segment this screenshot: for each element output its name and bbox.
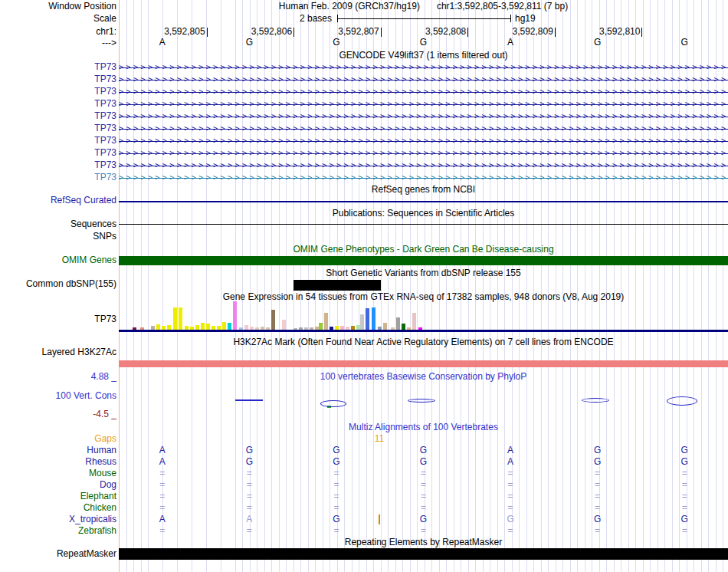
dbsnp-variant[interactable] bbox=[293, 280, 381, 291]
species-label[interactable]: Zebrafish bbox=[0, 526, 116, 536]
omim-gene-bar[interactable] bbox=[119, 256, 728, 265]
conservation-shape[interactable] bbox=[320, 400, 346, 407]
gtex-bar[interactable] bbox=[383, 323, 387, 330]
gtex-bar[interactable] bbox=[151, 326, 155, 330]
gtex-bar[interactable] bbox=[179, 307, 182, 330]
gtex-bar[interactable] bbox=[396, 317, 400, 330]
gtex-bar[interactable] bbox=[162, 326, 166, 330]
gtex-bar[interactable] bbox=[212, 326, 215, 330]
gene-row-label[interactable]: TP73 bbox=[0, 148, 116, 158]
gene-row[interactable]: >>>>>>>>>>>>>>>>>>>>>>>>>>>>>>>>>>>>>>>>… bbox=[119, 136, 728, 146]
gene-row[interactable]: >>>>>>>>>>>>>>>>>>>>>>>>>>>>>>>>>>>>>>>>… bbox=[119, 87, 728, 97]
gene-row[interactable]: >>>>>>>>>>>>>>>>>>>>>>>>>>>>>>>>>>>>>>>>… bbox=[119, 111, 728, 122]
gtex-bar[interactable] bbox=[346, 327, 349, 330]
gtex-bar[interactable] bbox=[133, 327, 136, 330]
gtex-bar[interactable] bbox=[266, 327, 270, 330]
track-label-sequences[interactable]: Sequences bbox=[0, 219, 116, 229]
conservation-shape[interactable] bbox=[235, 399, 263, 401]
species-label[interactable]: X_tropicalis bbox=[0, 514, 116, 524]
gene-row-label[interactable]: TP73 bbox=[0, 160, 116, 170]
conservation-shape[interactable] bbox=[667, 396, 697, 406]
track-label-gaps[interactable]: Gaps bbox=[0, 434, 116, 444]
gene-row[interactable]: >>>>>>>>>>>>>>>>>>>>>>>>>>>>>>>>>>>>>>>>… bbox=[119, 160, 728, 171]
gtex-bar[interactable] bbox=[412, 313, 416, 330]
track-label-common-dbsnp[interactable]: Common dbSNP(155) bbox=[0, 279, 116, 289]
gtex-bar[interactable] bbox=[206, 324, 210, 330]
gene-row[interactable]: >>>>>>>>>>>>>>>>>>>>>>>>>>>>>>>>>>>>>>>>… bbox=[119, 74, 728, 85]
gtex-bar[interactable] bbox=[173, 307, 177, 330]
species-label[interactable]: Chicken bbox=[0, 503, 116, 513]
gtex-bar[interactable] bbox=[282, 320, 286, 330]
gtex-bar[interactable] bbox=[351, 326, 355, 330]
gene-row[interactable]: >>>>>>>>>>>>>>>>>>>>>>>>>>>>>>>>>>>>>>>>… bbox=[119, 173, 728, 183]
gtex-bar[interactable] bbox=[261, 327, 264, 330]
gtex-bar[interactable] bbox=[228, 323, 231, 330]
gtex-bar[interactable] bbox=[418, 327, 422, 330]
gtex-bar[interactable] bbox=[299, 327, 303, 330]
base-letter: A bbox=[151, 38, 174, 48]
refseq-gene-line[interactable] bbox=[119, 201, 728, 202]
gene-row-label[interactable]: TP73 bbox=[0, 111, 116, 121]
gene-row[interactable]: >>>>>>>>>>>>>>>>>>>>>>>>>>>>>>>>>>>>>>>>… bbox=[119, 148, 728, 159]
gtex-bar[interactable] bbox=[217, 326, 221, 330]
publications-sequence-line[interactable] bbox=[119, 224, 728, 225]
track-label-snps[interactable]: SNPs bbox=[0, 232, 116, 242]
gene-row-label[interactable]: TP73 bbox=[0, 136, 116, 146]
gtex-bar[interactable] bbox=[340, 326, 344, 330]
gtex-bar[interactable] bbox=[201, 323, 205, 330]
track-label-refseq-curated[interactable]: RefSeq Curated bbox=[0, 196, 116, 205]
species-label[interactable]: Rhesus bbox=[0, 457, 116, 467]
gtex-bar[interactable] bbox=[255, 327, 259, 330]
species-label[interactable]: Dog bbox=[0, 480, 116, 490]
conservation-shape[interactable] bbox=[582, 398, 609, 403]
track-label-layered-h3k27ac[interactable]: Layered H3K27Ac bbox=[0, 347, 116, 357]
gtex-bar[interactable] bbox=[304, 327, 308, 330]
gtex-bar[interactable] bbox=[156, 324, 160, 330]
base-letter: G bbox=[586, 38, 609, 48]
gene-row-label[interactable]: TP73 bbox=[0, 87, 116, 97]
gtex-bar[interactable] bbox=[167, 325, 171, 330]
gtex-bar[interactable] bbox=[222, 322, 226, 330]
gtex-bar[interactable] bbox=[271, 310, 275, 330]
gtex-bar[interactable] bbox=[407, 327, 411, 330]
gtex-bar[interactable] bbox=[335, 326, 339, 330]
gtex-bar[interactable] bbox=[319, 323, 323, 330]
gtex-bar[interactable] bbox=[360, 314, 364, 330]
conservation-shape[interactable] bbox=[408, 399, 435, 403]
gene-row[interactable]: >>>>>>>>>>>>>>>>>>>>>>>>>>>>>>>>>>>>>>>>… bbox=[119, 123, 728, 134]
gtex-bar[interactable] bbox=[372, 307, 375, 330]
species-label[interactable]: Mouse bbox=[0, 468, 116, 478]
species-label[interactable]: Human bbox=[0, 445, 116, 455]
gtex-bar[interactable] bbox=[190, 327, 194, 330]
gene-row-label[interactable]: TP73 bbox=[0, 62, 116, 72]
track-label-100-vert-cons[interactable]: 100 Vert. Cons bbox=[0, 391, 116, 401]
gtex-bar[interactable] bbox=[293, 328, 297, 330]
gtex-bar[interactable] bbox=[233, 301, 237, 330]
gtex-bar[interactable] bbox=[250, 327, 254, 330]
repeatmasker-bar[interactable] bbox=[119, 548, 728, 560]
h3k27ac-signal-bar[interactable] bbox=[119, 360, 728, 367]
gtex-bar[interactable] bbox=[366, 308, 369, 330]
track-label-repeatmasker[interactable]: RepeatMasker bbox=[0, 549, 116, 559]
gtex-bar[interactable] bbox=[310, 327, 313, 330]
gtex-bar[interactable] bbox=[324, 313, 328, 330]
gtex-bar[interactable] bbox=[244, 325, 248, 330]
gtex-bar[interactable] bbox=[391, 327, 395, 330]
gene-row-label[interactable]: TP73 bbox=[0, 173, 116, 182]
alignment-base: = bbox=[586, 526, 609, 536]
gtex-bar[interactable] bbox=[140, 327, 144, 330]
gene-row-label[interactable]: TP73 bbox=[0, 123, 116, 133]
gene-row-label[interactable]: TP73 bbox=[0, 99, 116, 109]
gtex-bar[interactable] bbox=[195, 325, 199, 330]
gene-row[interactable]: >>>>>>>>>>>>>>>>>>>>>>>>>>>>>>>>>>>>>>>>… bbox=[119, 62, 728, 73]
gene-row-label[interactable]: TP73 bbox=[0, 74, 116, 84]
track-label-omim-genes[interactable]: OMIM Genes bbox=[0, 255, 116, 265]
track-label-gtex-tp73[interactable]: TP73 bbox=[0, 314, 116, 324]
gtex-bar[interactable] bbox=[330, 327, 333, 330]
gtex-bar[interactable] bbox=[185, 326, 189, 330]
gene-row[interactable]: >>>>>>>>>>>>>>>>>>>>>>>>>>>>>>>>>>>>>>>>… bbox=[119, 99, 728, 110]
gtex-bar[interactable] bbox=[239, 327, 243, 330]
gtex-bar[interactable] bbox=[402, 324, 405, 330]
species-label[interactable]: Elephant bbox=[0, 491, 116, 501]
gtex-bar[interactable] bbox=[378, 327, 382, 330]
